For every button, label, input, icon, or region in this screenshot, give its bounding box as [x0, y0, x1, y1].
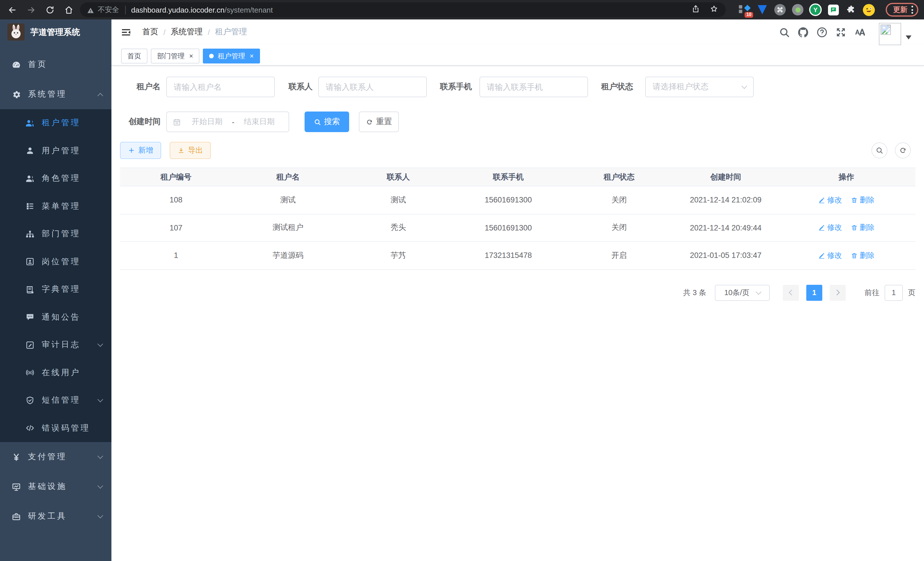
sidebar-fold-icon[interactable] [121, 27, 131, 38]
recorder-extension-icon[interactable] [791, 3, 804, 16]
sidebar-item-14[interactable]: 支付管理 [0, 442, 111, 472]
cell-mobile: 15601691300 [453, 196, 564, 205]
sidebar-item-2[interactable]: 租户管理 [0, 109, 111, 137]
breadcrumb-item-0[interactable]: 首页 [142, 27, 158, 37]
sidebar-item-label: 系统管理 [28, 89, 98, 99]
prev-page-button[interactable] [783, 284, 799, 301]
post-badge-icon [25, 257, 35, 267]
avatar-caret-icon[interactable] [906, 35, 911, 42]
edit-button[interactable]: 修改 [818, 250, 842, 261]
command-extension-icon[interactable] [774, 3, 786, 16]
show-search-toggle-button[interactable] [872, 142, 887, 158]
goto-page-input[interactable] [885, 284, 903, 301]
sidebar-item-label: 字典管理 [42, 284, 102, 295]
edit-button-label: 修改 [827, 250, 842, 261]
cell-created: 2021-12-14 20:49:44 [674, 224, 777, 232]
sidebar-item-13[interactable]: 错误码管理 [0, 414, 111, 442]
current-page-button[interactable]: 1 [806, 284, 822, 301]
tag-tab-0[interactable]: 首页 [121, 49, 147, 63]
address-bar[interactable]: 不安全 dashboard.yudao.iocoder.cn/system/te… [80, 2, 726, 17]
mobile-input[interactable] [479, 77, 588, 97]
close-icon[interactable] [250, 53, 254, 59]
column-header-1: 租户名 [232, 172, 344, 182]
sidebar-item-8[interactable]: 字典管理 [0, 276, 111, 303]
active-tab-dot [209, 54, 214, 58]
breadcrumb-item-2: 租户管理 [215, 27, 247, 37]
tag-tab-2[interactable]: 租户管理 [203, 49, 260, 63]
sidebar-item-5[interactable]: 菜单管理 [0, 193, 111, 220]
tenant-name-input[interactable] [166, 77, 275, 97]
dashboard-icon [11, 60, 21, 69]
puzzle-extensions-icon[interactable] [844, 3, 857, 16]
delete-button-label: 删除 [860, 223, 874, 233]
emoji-extension-icon[interactable] [862, 3, 875, 16]
back-icon[interactable] [5, 3, 19, 17]
page-size-select[interactable]: 10条/页 [715, 284, 770, 301]
status-select[interactable]: 请选择租户状态 [645, 77, 754, 97]
dev-tools-icon [11, 511, 21, 521]
refresh-table-button[interactable] [895, 142, 911, 158]
sidebar-item-1[interactable]: 系统管理 [0, 80, 111, 109]
app-logo[interactable]: 芋道管理系统 [0, 20, 111, 45]
table-row: 108测试测试15601691300关闭2021-12-14 21:02:09修… [120, 186, 915, 214]
sidebar-item-10[interactable]: 审计日志 [0, 331, 111, 359]
page-topbar: 首页/系统管理/租户管理 [111, 20, 924, 45]
sidebar-item-7[interactable]: 岗位管理 [0, 248, 111, 276]
mobile-label: 联系手机 [435, 82, 472, 92]
column-header-2: 联系人 [344, 172, 453, 182]
add-button[interactable]: 新增 [120, 142, 161, 159]
filter-row-1: 租户名 联系人 联系手机 租户状态 请选择租户状态 [120, 77, 915, 97]
menu-tree-icon [25, 202, 35, 211]
github-icon[interactable] [797, 26, 809, 38]
contact-input[interactable] [318, 77, 427, 97]
sidebar-item-4[interactable]: 角色管理 [0, 165, 111, 193]
close-icon[interactable] [189, 53, 193, 59]
sidebar-item-3[interactable]: 用户管理 [0, 137, 111, 165]
avatar[interactable] [879, 23, 901, 45]
delete-button[interactable]: 删除 [850, 250, 874, 261]
sidebar-item-16[interactable]: 研发工具 [0, 502, 111, 531]
delete-button[interactable]: 删除 [850, 195, 874, 205]
date-range-picker[interactable]: 开始日期 - 结束日期 [166, 111, 289, 132]
cell-actions: 修改删除 [777, 250, 915, 261]
forward-icon[interactable] [24, 3, 38, 17]
delete-button[interactable]: 删除 [850, 223, 874, 233]
export-button[interactable]: 导出 [170, 142, 211, 159]
tenant-table: 租户编号租户名联系人联系手机租户状态创建时间操作 108测试测试15601691… [120, 168, 915, 270]
kite-extension-icon[interactable] [756, 3, 769, 16]
cell-contact: 测试 [344, 195, 453, 205]
next-page-button[interactable] [830, 284, 846, 301]
sidebar-item-9[interactable]: 通知公告 [0, 303, 111, 331]
reset-button[interactable]: 重置 [359, 111, 399, 132]
browser-update-button[interactable]: 更新 [886, 3, 918, 17]
browser-menu-icon[interactable] [911, 6, 913, 14]
reload-icon[interactable] [43, 3, 57, 17]
sidebar-item-0[interactable]: 首页 [0, 50, 111, 80]
search-button[interactable]: 搜索 [304, 111, 349, 132]
sidebar-item-6[interactable]: 部门管理 [0, 220, 111, 248]
tag-tab-1[interactable]: 部门管理 [151, 49, 200, 63]
chat-extension-icon[interactable] [827, 3, 839, 16]
roles-icon [25, 174, 35, 183]
breadcrumb-item-1[interactable]: 系统管理 [171, 27, 202, 37]
bookmark-star-icon[interactable] [710, 4, 718, 15]
export-button-label: 导出 [188, 145, 203, 156]
sidebar-item-12[interactable]: 短信管理 [0, 387, 111, 414]
pinned-extension-icon[interactable]: 10 [738, 3, 751, 16]
sidebar-item-label: 用户管理 [42, 146, 102, 156]
cell-actions: 修改删除 [777, 223, 915, 233]
help-icon[interactable] [816, 26, 828, 38]
fullscreen-icon[interactable] [835, 26, 847, 38]
sidebar-item-11[interactable]: 在线用户 [0, 359, 111, 387]
share-icon[interactable] [692, 4, 700, 15]
sidebar-item-label: 审计日志 [42, 340, 98, 350]
edit-button[interactable]: 修改 [818, 223, 842, 233]
y-extension-icon[interactable]: Y [809, 3, 822, 16]
table-toolbar: 新增 导出 [120, 142, 915, 159]
edit-button[interactable]: 修改 [818, 195, 842, 205]
search-icon[interactable] [778, 26, 790, 38]
column-header-3: 联系手机 [453, 172, 564, 182]
sidebar-item-15[interactable]: 基础设施 [0, 472, 111, 502]
font-size-icon[interactable] [854, 26, 866, 38]
home-icon[interactable] [62, 3, 75, 17]
